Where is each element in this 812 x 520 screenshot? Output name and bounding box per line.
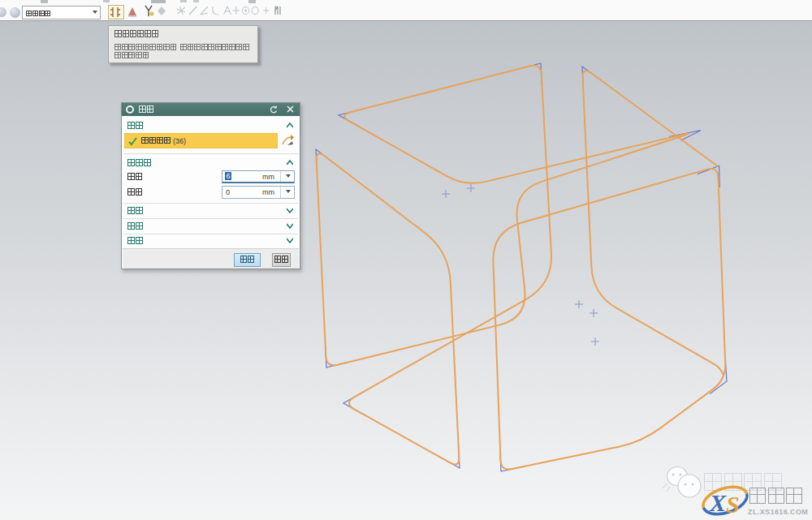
svg-text:S: S <box>726 491 740 518</box>
svg-text:X: X <box>709 489 727 516</box>
